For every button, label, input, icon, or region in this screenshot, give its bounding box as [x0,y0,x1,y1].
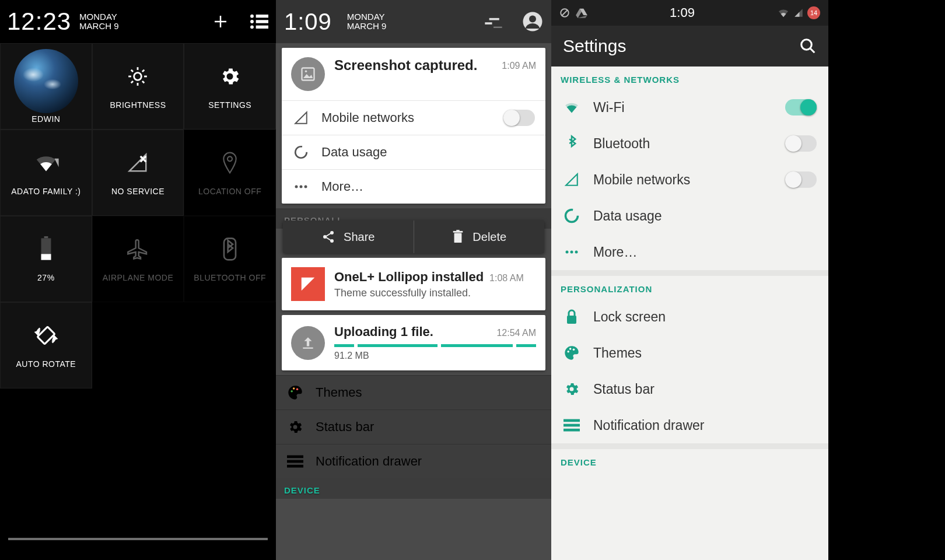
svg-rect-22 [44,236,48,238]
add-icon[interactable] [211,12,230,32]
brightness-tile[interactable]: BRIGHTNESS [92,43,184,130]
row-label: Notification drawer [316,454,422,469]
row-label: Wi-Fi [593,100,625,116]
mixer-icon[interactable] [485,15,502,28]
brightness-label: BRIGHTNESS [110,100,166,110]
svg-rect-48 [453,231,463,233]
delete-button[interactable]: Delete [414,220,545,253]
mobile-toggle[interactable] [785,172,817,188]
svg-marker-50 [302,278,315,291]
location-tile[interactable]: LOCATION OFF [184,130,276,216]
wifi-row[interactable]: Wi-Fi [551,89,828,125]
svg-rect-76 [564,419,580,422]
rotate-tile[interactable]: AUTO ROTATE [0,302,92,388]
brightness-slider[interactable] [8,538,268,540]
bluetooth-icon [216,236,243,262]
themes-row[interactable]: Themes [276,375,551,410]
svg-point-75 [573,348,575,351]
data-usage-row[interactable]: Data usage [551,198,828,234]
section-header: DEVICE [551,449,828,472]
row-label: Data usage [593,208,662,224]
svg-line-45 [326,233,331,236]
svg-point-8 [134,73,142,80]
page-title: Settings [563,36,626,56]
section-header: WIRELESS & NETWORKS [551,66,828,89]
svg-point-73 [567,351,569,353]
palette-icon [286,384,304,401]
svg-line-59 [562,10,568,16]
profile-tile[interactable]: EDWIN [0,43,92,130]
svg-point-68 [566,210,578,222]
svg-point-36 [305,71,307,73]
signal-icon [292,109,310,127]
svg-point-41 [304,186,307,188]
airplane-tile[interactable]: AIRPLANE MODE [92,216,184,302]
svg-point-65 [802,40,812,50]
bluetooth-toggle[interactable] [785,135,817,152]
toggle[interactable] [503,110,535,126]
app-bar: Settings [551,26,828,66]
battery-tile[interactable]: 27% [0,216,92,302]
themes-row[interactable]: Themes [551,335,828,371]
profile-icon[interactable] [522,11,543,32]
share-button[interactable]: Share [283,220,414,253]
clock: 1:09 [284,9,332,35]
svg-marker-18 [130,155,146,172]
drawer-row[interactable]: Notification drawer [276,444,551,478]
status-bar-row[interactable]: Status bar [551,371,828,407]
mobile-networks-row[interactable]: Mobile networks [551,162,828,198]
lock-icon [563,308,580,326]
data-usage-row[interactable]: Data usage [282,135,545,169]
settings-label: SETTINGS [208,100,251,110]
lock-screen-row[interactable]: Lock screen [551,299,828,335]
notification-panel: 1:09 MONDAY MARCH 9 Screenshot captured.… [276,0,551,560]
data-icon [292,144,310,161]
upload-card[interactable]: Uploading 1 file. 12:54 AM 91.2 MB [282,315,545,370]
svg-line-16 [142,70,144,72]
statusbar-row[interactable]: Status bar [276,410,551,444]
date: MONDAY MARCH 9 [79,12,119,32]
status-bar: 12:23 MONDAY MARCH 9 [0,0,276,43]
svg-point-6 [250,25,254,29]
signal-status-icon [793,8,804,18]
bluetooth-label: BLUETOOTH OFF [194,273,266,282]
signal-tile[interactable]: NO SERVICE [92,130,184,216]
search-icon[interactable] [799,37,817,55]
bluetooth-tile[interactable]: BLUETOOTH OFF [184,216,276,302]
svg-rect-49 [457,230,460,231]
notification-badge: 14 [807,6,820,19]
wifi-toggle[interactable] [785,99,817,116]
svg-point-4 [250,20,254,23]
row-label: Mobile networks [593,172,690,188]
svg-rect-7 [256,26,268,29]
svg-rect-72 [567,316,576,324]
status-time: 1:09 [593,5,771,20]
svg-rect-55 [287,456,303,459]
row-label: Themes [316,385,362,400]
bluetooth-icon [563,135,580,152]
svg-rect-34 [302,68,314,80]
svg-rect-47 [454,233,462,243]
mobile-networks-row[interactable]: Mobile networks [282,100,545,135]
theme-installed-card[interactable]: OneL+ Lollipop installed 1:08 AM Theme s… [282,258,545,310]
row-label: More… [321,179,363,194]
svg-rect-31 [494,27,502,28]
svg-rect-56 [287,460,303,463]
notif-time: 1:09 AM [502,61,536,71]
upload-icon [291,326,325,360]
list-icon [286,453,304,470]
more-row[interactable]: More… [282,169,545,204]
svg-rect-57 [287,465,303,468]
notification-drawer-row[interactable]: Notification drawer [551,407,828,443]
screenshot-card[interactable]: Screenshot captured. 1:09 AM Mobile netw… [282,48,545,204]
svg-rect-51 [303,347,313,348]
airplane-icon [124,236,151,262]
svg-rect-29 [485,22,492,24]
bluetooth-row[interactable]: Bluetooth [551,125,828,162]
section-header: DEVICE [276,478,551,499]
settings-tile[interactable]: SETTINGS [184,43,276,130]
more-row[interactable]: More… [551,234,828,270]
list-icon[interactable] [249,12,269,32]
wifi-tile[interactable]: ADATO FAMILY :) [0,130,92,216]
svg-marker-67 [566,174,578,186]
